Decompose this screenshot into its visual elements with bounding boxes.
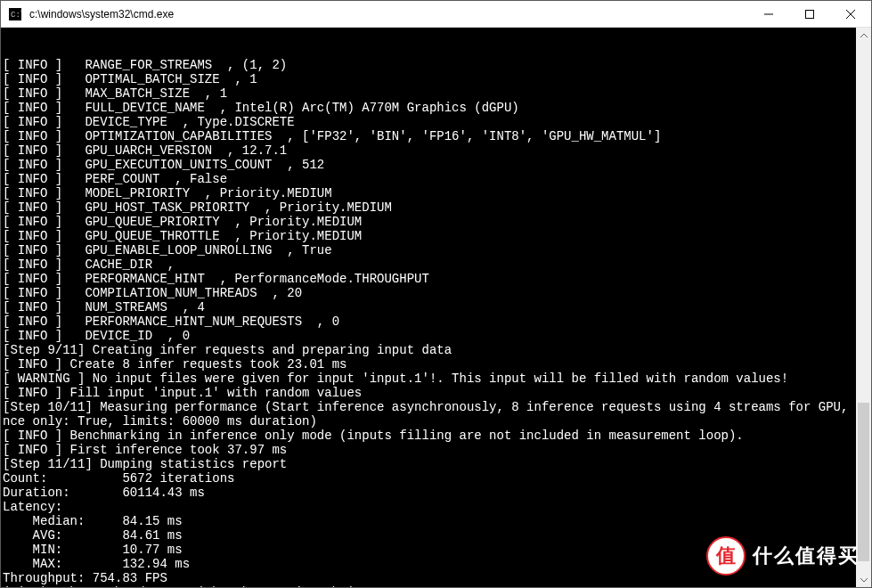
console-line: [ INFO ] COMPILATION_NUM_THREADS , 20 (3, 286, 869, 300)
minimize-button[interactable] (748, 1, 789, 27)
scrollbar-thumb[interactable] (858, 403, 869, 561)
console-line: Latency: (3, 500, 869, 514)
maximize-icon (805, 10, 814, 19)
console-line: [ INFO ] PERFORMANCE_HINT_NUM_REQUESTS ,… (3, 314, 869, 329)
console-line: [ INFO ] CACHE_DIR , (3, 257, 869, 272)
console-line: [ INFO ] Fill input 'input.1' with rando… (3, 386, 869, 400)
console-line: [Step 11/11] Dumping statistics report (3, 457, 869, 471)
console-line: [ INFO ] RANGE_FOR_STREAMS , (1, 2) (3, 58, 869, 72)
console-line: [ INFO ] GPU_EXECUTION_UNITS_COUNT , 512 (3, 158, 869, 172)
console-line: [ INFO ] PERF_COUNT , False (3, 172, 869, 186)
console-line: nce only: True, limits: 60000 ms duratio… (3, 414, 869, 429)
console-line: [ WARNING ] No input files were given fo… (3, 372, 869, 386)
scroll-up-button[interactable] (856, 28, 871, 43)
app-icon: C:\ (8, 7, 22, 21)
console-line: MAX: 132.94 ms (3, 557, 869, 571)
app-window: C:\ c:\windows\system32\cmd.exe [ INFO ]… (0, 0, 872, 588)
svg-rect-2 (806, 10, 814, 18)
console-line: [ INFO ] OPTIMIZATION_CAPABILITIES , ['F… (3, 129, 869, 143)
title-bar[interactable]: C:\ c:\windows\system32\cmd.exe (1, 1, 871, 28)
console-line: [ INFO ] GPU_UARCH_VERSION , 12.7.1 (3, 143, 869, 158)
console-line: Throughput: 754.83 FPS (3, 571, 869, 585)
console-line: [ INFO ] MAX_BATCH_SIZE , 1 (3, 86, 869, 101)
maximize-button[interactable] (789, 1, 830, 27)
console-line: [ INFO ] GPU_ENABLE_LOOP_UNROLLING , Tru… (3, 243, 869, 257)
console-line: Duration: 60114.43 ms (3, 486, 869, 500)
console-line: [ INFO ] PERFORMANCE_HINT , PerformanceM… (3, 272, 869, 286)
window-title: c:\windows\system32\cmd.exe (28, 8, 748, 20)
chevron-up-icon (860, 32, 868, 39)
console-output[interactable]: [ INFO ] RANGE_FOR_STREAMS , (1, 2)[ INF… (1, 28, 871, 587)
console-line: [ INFO ] First inference took 37.97 ms (3, 443, 869, 457)
svg-text:C:\: C:\ (11, 11, 21, 20)
vertical-scrollbar[interactable] (856, 28, 871, 587)
console-line: [Step 9/11] Creating infer requests and … (3, 343, 869, 357)
console-line: Count: 5672 iterations (3, 471, 869, 486)
minimize-icon (764, 10, 773, 19)
console-line: [ INFO ] GPU_QUEUE_PRIORITY , Priority.M… (3, 215, 869, 229)
scrollbar-track[interactable] (856, 43, 871, 572)
console-line: MIN: 10.77 ms (3, 543, 869, 557)
scroll-down-button[interactable] (856, 572, 871, 587)
console-line: [ INFO ] MODEL_PRIORITY , Priority.MEDIU… (3, 186, 869, 200)
console-line: [ INFO ] DEVICE_TYPE , Type.DISCRETE (3, 115, 869, 129)
console-line: [ INFO ] NUM_STREAMS , 4 (3, 300, 869, 314)
console-line: AVG: 84.61 ms (3, 528, 869, 543)
console-line: [ INFO ] DEVICE_ID , 0 (3, 329, 869, 343)
prompt-line[interactable]: (vino) C:\Users\HudenNUC12i7\PycharmProj… (3, 585, 869, 587)
console-line: [ INFO ] GPU_QUEUE_THROTTLE , Priority.M… (3, 229, 869, 243)
console-line: [ INFO ] Create 8 infer requests took 23… (3, 357, 869, 372)
close-icon (846, 10, 855, 19)
console-line: [Step 10/11] Measuring performance (Star… (3, 400, 869, 414)
console-line: [ INFO ] FULL_DEVICE_NAME , Intel(R) Arc… (3, 101, 869, 115)
window-controls (748, 1, 871, 27)
chevron-down-icon (860, 576, 868, 584)
console-line: [ INFO ] GPU_HOST_TASK_PRIORITY , Priori… (3, 200, 869, 215)
console-line: Median: 84.15 ms (3, 514, 869, 528)
console-line: [ INFO ] OPTIMAL_BATCH_SIZE , 1 (3, 72, 869, 86)
console-line: [ INFO ] Benchmarking in inference only … (3, 429, 869, 443)
close-button[interactable] (830, 1, 871, 27)
